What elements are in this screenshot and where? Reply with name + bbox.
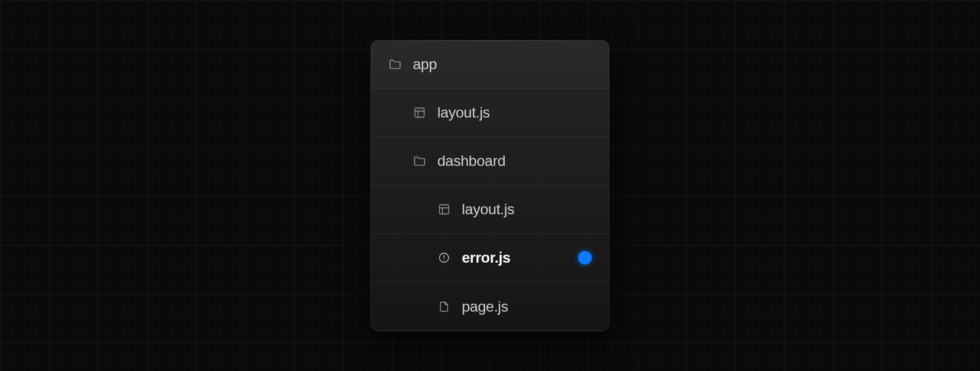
svg-point-8 xyxy=(443,260,445,261)
tree-item-label: layout.js xyxy=(437,104,490,121)
tree-item-label: app xyxy=(413,56,437,73)
file-icon xyxy=(437,300,451,313)
tree-item-page[interactable]: page.js xyxy=(371,282,609,331)
file-tree-panel: app layout.js dashboard layout.j xyxy=(371,40,609,331)
tree-item-label: dashboard xyxy=(437,152,505,170)
layout-icon xyxy=(413,106,426,119)
folder-icon xyxy=(413,154,426,168)
tree-item-layout-nested[interactable]: layout.js xyxy=(371,186,609,234)
tree-item-layout[interactable]: layout.js xyxy=(371,89,609,137)
tree-item-label: layout.js xyxy=(462,201,514,218)
tree-item-label: error.js xyxy=(462,249,510,266)
error-icon xyxy=(437,251,451,264)
layout-icon xyxy=(437,203,451,216)
tree-item-label: page.js xyxy=(462,298,508,315)
svg-rect-0 xyxy=(415,108,424,118)
folder-icon xyxy=(388,58,402,71)
svg-rect-3 xyxy=(440,205,449,214)
active-indicator-dot xyxy=(578,251,592,264)
tree-item-app[interactable]: app xyxy=(371,40,609,89)
tree-item-dashboard[interactable]: dashboard xyxy=(371,137,609,186)
tree-item-error[interactable]: error.js xyxy=(371,234,609,282)
